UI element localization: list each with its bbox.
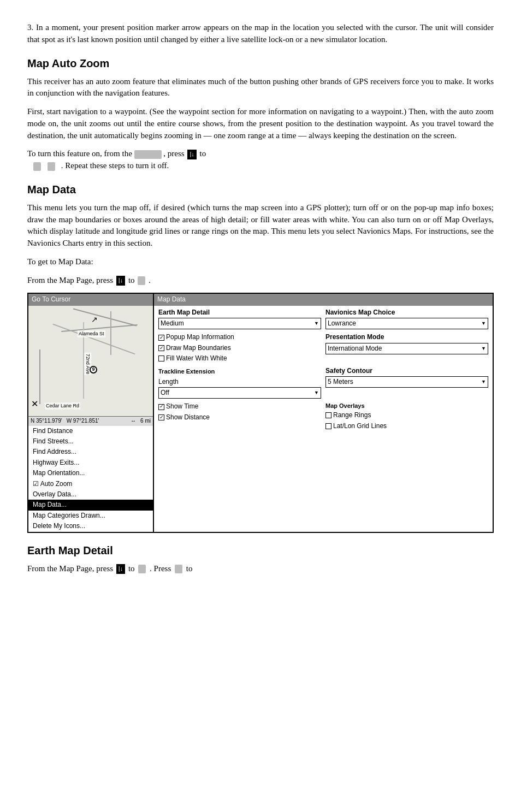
menu-icon-placeholder [134, 150, 162, 159]
show-time-checkbox[interactable]: ✓ Show Time [158, 402, 321, 411]
presentation-col: Presentation Mode International Mode ▼ [325, 333, 488, 356]
paragraph-1: 3. In a moment, your present position ma… [27, 22, 494, 46]
safety-contour-col: Safety Contour 5 Meters ▼ [325, 366, 488, 390]
menu-item-find-distance[interactable]: Find Distance [28, 426, 153, 436]
menu-right-header: Map Data [154, 294, 493, 305]
coord-w: W 97°21.851' [67, 417, 99, 425]
road-line-v1 [39, 349, 40, 404]
show-distance-label: Show Distance [166, 413, 210, 422]
paragraph-6: To get to Map Data: [27, 256, 494, 268]
fill-label: Fill Water With White [166, 354, 227, 363]
pipe-icon-2 [48, 162, 55, 171]
earth-map-col: Earth Map Detail Medium ▼ [158, 308, 321, 331]
map-overlays-title: Map Overlays [325, 402, 488, 411]
fill-water-checkbox[interactable]: Fill Water With White [158, 354, 321, 363]
menu-item-overlay-data[interactable]: Overlay Data... [28, 489, 153, 500]
coord-n: N 35°11.979' [31, 417, 62, 425]
international-mode-select[interactable]: International Mode ▼ [325, 343, 488, 354]
p4-line2: . Repeat these steps to turn it off. [61, 161, 169, 170]
cedar-lane-rd-label: Cedar Lane Rd [45, 402, 80, 410]
distance-check: ✓ [158, 414, 164, 420]
menu-item-delete-icons[interactable]: Delete My Icons... [28, 521, 153, 531]
trackline-row: Trackline Extension Length Off ▼ Safety … [158, 366, 488, 401]
intl-arrow: ▼ [481, 345, 486, 352]
paragraph-4: To turn this feature on, from the , pres… [27, 148, 494, 172]
draw-check: ✓ [158, 345, 164, 351]
off-arrow: ▼ [314, 389, 319, 396]
paragraph-2: This receiver has an auto zoom feature t… [27, 76, 494, 100]
medium-value: Medium [161, 319, 184, 328]
menu-diagram: Go To Cursor Alameda St ↗ 72nd Ave 9 Ced… [27, 293, 494, 532]
range-rings-checkbox[interactable]: Range Rings [325, 411, 488, 420]
menu-item-label: Delete My Icons... [33, 522, 85, 530]
trackline-col: Trackline Extension Length Off ▼ [158, 366, 321, 401]
trackline-header: Trackline Extension [158, 368, 321, 376]
p7-prefix: From the Map Page, press [27, 276, 113, 285]
checkboxes-col: ✓ Popup Map Information ✓ Draw Map Bound… [158, 333, 321, 364]
menu-item-map-orientation[interactable]: Map Orientation... [28, 468, 153, 478]
map-circle-9: 9 [90, 366, 97, 374]
lat-lon-checkbox[interactable]: Lat/Lon Grid Lines [325, 422, 488, 431]
length-label: Length [158, 377, 321, 387]
popup-check: ✓ [158, 335, 164, 341]
alameda-st-label: Alameda St [78, 330, 105, 337]
meters-arrow: ▼ [481, 378, 486, 386]
menu-item-label: Map Categories Drawn... [33, 512, 105, 519]
menu-item-find-streets[interactable]: Find Streets... [28, 436, 153, 447]
p8-to2: to [186, 564, 193, 573]
show-distance-checkbox[interactable]: ✓ Show Distance [158, 413, 321, 422]
off-select[interactable]: Off ▼ [158, 387, 321, 399]
menu-item-label: Map Orientation... [33, 469, 85, 477]
down-arrow-symbol: |↓ [187, 150, 196, 159]
paragraph-3: First, start navigation to a waypoint. (… [27, 106, 494, 141]
earth-map-row: Earth Map Detail Medium ▼ Navionics Map … [158, 308, 488, 331]
show-col: ✓ Show Time ✓ Show Distance [158, 402, 321, 423]
section-title-map-data: Map Data [27, 182, 494, 198]
scale-arrow: ↔ [131, 417, 136, 425]
draw-label: Draw Map Boundaries [166, 343, 231, 353]
meters-select[interactable]: 5 Meters ▼ [325, 376, 488, 388]
time-check: ✓ [158, 404, 164, 410]
p8-prefix: From the Map Page, press [27, 564, 113, 573]
pipe-icon [33, 162, 41, 171]
p8-period: . [150, 564, 154, 573]
show-row: ✓ Show Time ✓ Show Distance Map Overlays… [158, 402, 488, 432]
p7-to: to [128, 276, 135, 285]
rings-check [325, 412, 331, 418]
menu-item-highway-exits[interactable]: Highway Exits... [28, 458, 153, 468]
nav-arrow-icon: ↗ [91, 314, 98, 325]
popup-map-checkbox[interactable]: ✓ Popup Map Information [158, 333, 321, 342]
checkboxes-row: ✓ Popup Map Information ✓ Draw Map Bound… [158, 333, 488, 364]
international-value: International Mode [328, 344, 382, 353]
medium-select[interactable]: Medium ▼ [158, 318, 321, 329]
road-line-v3 [110, 311, 111, 355]
down-arrow-symbol-2: |↓ [116, 276, 125, 286]
medium-arrow: ▼ [314, 320, 319, 327]
menu-left-header: Go To Cursor [28, 294, 153, 305]
paragraph-5: This menu lets you turn the map off, if … [27, 202, 494, 250]
fill-check [158, 355, 164, 361]
lowrance-select[interactable]: Lowrance ▼ [325, 318, 488, 329]
menu-item-map-data[interactable]: Map Data... [28, 500, 153, 510]
section-title-earth-map-detail: Earth Map Detail [27, 543, 494, 559]
cursor-icon: ✕ [31, 398, 38, 410]
navionics-label: Navionics Map Choice [325, 308, 488, 317]
menu-item-auto-zoom[interactable]: ☑ Auto Zoom [28, 479, 153, 489]
latlon-check [325, 423, 331, 429]
presentation-mode-label: Presentation Mode [325, 333, 488, 342]
navionics-col: Navionics Map Choice Lowrance ▼ [325, 308, 488, 331]
p8-icon [138, 565, 146, 573]
menu-item-find-address[interactable]: Find Address... [28, 447, 153, 457]
auto-zoom-checkbox: ☑ [33, 480, 40, 488]
safety-contour-label: Safety Contour [325, 366, 488, 376]
map-area: Alameda St ↗ 72nd Ave 9 Cedar Lane Rd ✕ … [28, 306, 153, 426]
menu-item-map-categories[interactable]: Map Categories Drawn... [28, 511, 153, 521]
popup-label: Popup Map Information [166, 333, 234, 342]
show-time-label: Show Time [166, 402, 198, 411]
map-menu-left: Go To Cursor Alameda St ↗ 72nd Ave 9 Ced… [28, 294, 154, 531]
draw-boundaries-checkbox[interactable]: ✓ Draw Map Boundaries [158, 343, 321, 353]
paragraph-7: From the Map Page, press |↓ to . [27, 275, 494, 287]
lat-lon-label: Lat/Lon Grid Lines [333, 422, 387, 431]
p8-down-arrow: |↓ [116, 564, 125, 574]
earth-map-detail-label: Earth Map Detail [158, 308, 321, 317]
